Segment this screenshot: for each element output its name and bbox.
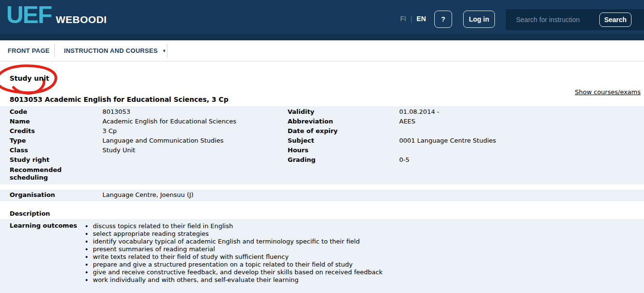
course-details-table: Code 8013053 Validity 01.08.2014 - Name … <box>0 106 644 184</box>
field-label: Study right <box>10 156 50 163</box>
nav-instruction-label: INSTRUCTION AND COURSES <box>64 47 158 54</box>
description-heading: Description <box>10 210 50 217</box>
field-value: AEES <box>399 118 416 125</box>
field-value: Language and Communication Studies <box>102 137 224 144</box>
field-label: Credits <box>10 127 35 134</box>
field-label: Date of expiry <box>288 127 338 134</box>
list-item: present summaries of reading material <box>93 245 383 253</box>
list-item: work individually and with others, and s… <box>93 276 383 284</box>
list-item: identify vocabulary typical of academic … <box>93 238 383 245</box>
table-row: Credits 3 Cp Date of expiry <box>0 127 644 136</box>
list-item: give and receive constructive feedback, … <box>93 269 383 276</box>
search-area: Search <box>506 9 644 30</box>
field-value: 0-5 <box>399 156 409 163</box>
field-label: Validity <box>288 108 315 115</box>
lang-en-link[interactable]: EN <box>417 15 426 23</box>
learning-outcomes-label: Learning outcomes <box>10 222 77 229</box>
table-row: Code 8013053 Validity 01.08.2014 - <box>0 108 644 117</box>
learning-outcomes-list: discuss topics related to their field in… <box>87 222 383 284</box>
field-value: 3 Cp <box>102 127 117 134</box>
top-header-bar: UEF WEBOODI FI | EN ? Log in Search <box>0 0 644 40</box>
field-label: Organisation <box>10 191 55 198</box>
field-label: Class <box>10 146 28 154</box>
table-row: Type Language and Communication Studies … <box>0 136 644 146</box>
show-courses-exams-link[interactable]: Show courses/exams <box>575 88 641 96</box>
page-title: Study unit <box>10 74 49 82</box>
field-value: Language Centre, Joensuu (J) <box>102 191 193 198</box>
field-label: Recommended scheduling <box>10 166 70 182</box>
help-button[interactable]: ? <box>434 11 452 28</box>
nav-divider <box>54 44 55 58</box>
uef-logo[interactable]: UEF <box>6 1 51 29</box>
list-item: select appropriate reading strategies <box>93 230 383 238</box>
field-value: Study Unit <box>102 146 135 154</box>
table-row: Class Study Unit Hours <box>0 146 644 156</box>
field-label: Grading <box>288 156 316 163</box>
nav-front-page[interactable]: FRONT PAGE <box>8 40 50 61</box>
search-button[interactable]: Search <box>599 12 631 27</box>
field-label: Hours <box>288 146 308 154</box>
learning-outcomes-section: Learning outcomes discuss topics related… <box>0 219 644 293</box>
list-item: discuss topics related to their field in… <box>93 222 383 230</box>
field-value: Academic English for Educational Science… <box>102 118 236 125</box>
nav-divider <box>167 44 167 58</box>
course-title: 8013053 Academic English for Educational… <box>10 96 228 103</box>
language-switch: FI | EN <box>400 15 426 23</box>
app-name: WEBOODI <box>56 14 107 25</box>
table-row: Name Academic English for Educational Sc… <box>0 117 644 127</box>
list-item: write texts related to their field of st… <box>93 253 383 261</box>
field-label: Abbreviation <box>288 118 333 125</box>
field-value: 8013053 <box>102 108 130 115</box>
field-label: Code <box>10 108 27 115</box>
field-label: Type <box>10 137 26 144</box>
lang-fi-link[interactable]: FI <box>400 15 406 23</box>
table-row: Recommended scheduling <box>0 165 644 183</box>
field-value: 0001 Language Centre Studies <box>399 137 496 144</box>
login-button[interactable]: Log in <box>463 11 495 28</box>
main-nav: FRONT PAGE INSTRUCTION AND COURSES▼ <box>0 40 644 61</box>
nav-instruction-and-courses[interactable]: INSTRUCTION AND COURSES▼ <box>64 40 166 61</box>
table-row: Study right Grading 0-5 <box>0 156 644 165</box>
field-label: Subject <box>288 137 314 144</box>
organisation-row: Organisation Language Centre, Joensuu (J… <box>0 190 644 201</box>
chevron-down-icon: ▼ <box>162 49 166 53</box>
search-input[interactable] <box>506 9 597 30</box>
lang-separator: | <box>410 15 412 23</box>
list-item: prepare and give a structured presentati… <box>93 261 383 269</box>
weboodi-page: UEF WEBOODI FI | EN ? Log in Search FRON… <box>0 0 644 293</box>
field-label: Name <box>10 118 30 125</box>
field-value: 01.08.2014 - <box>399 108 439 115</box>
